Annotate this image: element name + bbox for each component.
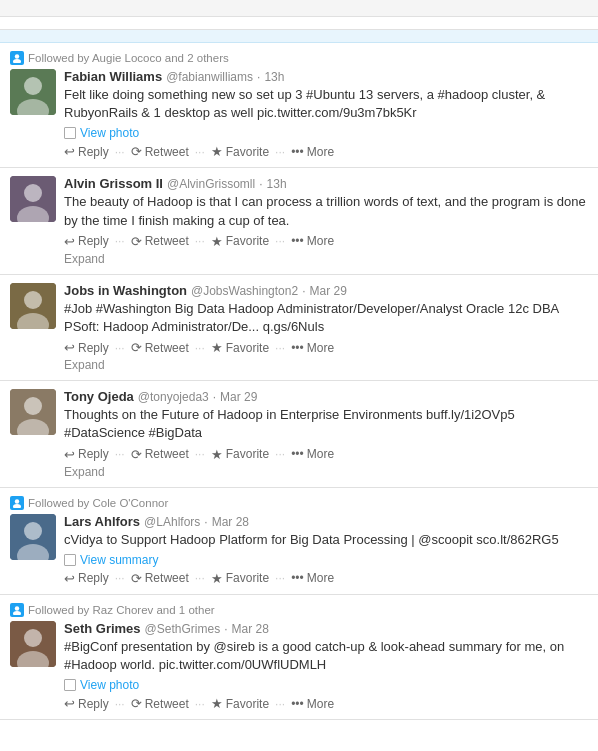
tweet-username[interactable]: Jobs in Washington (64, 283, 187, 298)
favorite-label[interactable]: Favorite (226, 697, 269, 711)
retweet-button[interactable]: ⟳ Retweet (131, 447, 189, 462)
reply-button[interactable]: ↩ Reply (64, 696, 109, 711)
view-photo-label[interactable]: View photo (80, 678, 139, 692)
expand-link[interactable]: Expand (64, 252, 588, 266)
svg-point-12 (24, 397, 42, 415)
reply-icon: ↩ (64, 447, 75, 462)
tweet-item: Followed by Cole O'Connor Lars Ahlfors @… (0, 488, 598, 595)
retweet-icon: ⟳ (131, 144, 142, 159)
tweet-actions: ↩ Reply ··· ⟳ Retweet ··· ★ Favorite ···… (64, 447, 588, 462)
more-label[interactable]: More (307, 571, 334, 585)
followed-by-link[interactable]: Followed by Cole O'Connor (28, 497, 168, 509)
view-summary-label[interactable]: View summary (80, 553, 158, 567)
more-button[interactable]: ••• More (291, 145, 334, 159)
more-label[interactable]: More (307, 341, 334, 355)
view-photo-link[interactable]: View photo (64, 126, 588, 140)
svg-point-0 (15, 54, 19, 58)
tweet-time[interactable]: 13h (267, 177, 287, 191)
favorite-button[interactable]: ★ Favorite (211, 234, 269, 249)
view-photo-label[interactable]: View photo (80, 126, 139, 140)
tweet-body: Alvin Grissom II @AlvinGrissomll · 13h T… (10, 176, 588, 265)
retweet-button[interactable]: ⟳ Retweet (131, 234, 189, 249)
tweet-username[interactable]: Lars Ahlfors (64, 514, 140, 529)
tweet-handle[interactable]: @JobsWashington2 (191, 284, 298, 298)
more-button[interactable]: ••• More (291, 447, 334, 461)
reply-button[interactable]: ↩ Reply (64, 571, 109, 586)
favorite-button[interactable]: ★ Favorite (211, 571, 269, 586)
more-button[interactable]: ••• More (291, 234, 334, 248)
favorite-label[interactable]: Favorite (226, 571, 269, 585)
favorite-button[interactable]: ★ Favorite (211, 144, 269, 159)
more-label[interactable]: More (307, 447, 334, 461)
retweet-button[interactable]: ⟳ Retweet (131, 571, 189, 586)
reply-label[interactable]: Reply (78, 341, 109, 355)
expand-link[interactable]: Expand (64, 465, 588, 479)
retweet-label[interactable]: Retweet (145, 447, 189, 461)
tweet-handle[interactable]: @tonyojeda3 (138, 390, 209, 404)
header (0, 0, 598, 17)
followed-by-link[interactable]: Followed by Raz Chorev and 1 other (28, 604, 215, 616)
favorite-label[interactable]: Favorite (226, 234, 269, 248)
tweet-item: Alvin Grissom II @AlvinGrissomll · 13h T… (0, 168, 598, 274)
view-photo-link[interactable]: View photo (64, 678, 588, 692)
favorite-button[interactable]: ★ Favorite (211, 340, 269, 355)
favorite-button[interactable]: ★ Favorite (211, 696, 269, 711)
tweet-handle[interactable]: @LAhlfors (144, 515, 200, 529)
favorite-button[interactable]: ★ Favorite (211, 447, 269, 462)
tweet-username[interactable]: Fabian Williams (64, 69, 162, 84)
followed-by-link[interactable]: Followed by Augie Lococo and 2 others (28, 52, 229, 64)
tweet-handle[interactable]: @fabianwilliams (166, 70, 253, 84)
tweet-time[interactable]: 13h (264, 70, 284, 84)
avatar (10, 389, 56, 435)
followed-by-label: Followed by Raz Chorev and 1 other (10, 603, 588, 617)
more-button[interactable]: ••• More (291, 571, 334, 585)
reply-icon: ↩ (64, 234, 75, 249)
retweet-label[interactable]: Retweet (145, 234, 189, 248)
retweet-label[interactable]: Retweet (145, 341, 189, 355)
retweet-button[interactable]: ⟳ Retweet (131, 696, 189, 711)
reply-label[interactable]: Reply (78, 447, 109, 461)
more-label[interactable]: More (307, 697, 334, 711)
reply-label[interactable]: Reply (78, 571, 109, 585)
retweet-label[interactable]: Retweet (145, 571, 189, 585)
tweet-username[interactable]: Tony Ojeda (64, 389, 134, 404)
reply-button[interactable]: ↩ Reply (64, 144, 109, 159)
retweet-label[interactable]: Retweet (145, 697, 189, 711)
reply-label[interactable]: Reply (78, 234, 109, 248)
tweet-actions: ↩ Reply ··· ⟳ Retweet ··· ★ Favorite ···… (64, 571, 588, 586)
tweet-time[interactable]: Mar 29 (220, 390, 257, 404)
tweet-handle[interactable]: @AlvinGrissomll (167, 177, 255, 191)
tweet-item: Jobs in Washington @JobsWashington2 · Ma… (0, 275, 598, 381)
tweet-username[interactable]: Seth Grimes (64, 621, 141, 636)
tweet-time[interactable]: Mar 28 (212, 515, 249, 529)
reply-label[interactable]: Reply (78, 697, 109, 711)
favorite-label[interactable]: Favorite (226, 447, 269, 461)
retweet-label[interactable]: Retweet (145, 145, 189, 159)
reply-button[interactable]: ↩ Reply (64, 447, 109, 462)
reply-icon: ↩ (64, 340, 75, 355)
retweet-button[interactable]: ⟳ Retweet (131, 340, 189, 355)
more-button[interactable]: ••• More (291, 697, 334, 711)
favorite-label[interactable]: Favorite (226, 341, 269, 355)
svg-point-9 (24, 291, 42, 309)
new-result-banner[interactable] (0, 30, 598, 43)
tweet-actions: ↩ Reply ··· ⟳ Retweet ··· ★ Favorite ···… (64, 144, 588, 159)
expand-link[interactable]: Expand (64, 358, 588, 372)
tweet-time[interactable]: Mar 29 (310, 284, 347, 298)
retweet-button[interactable]: ⟳ Retweet (131, 144, 189, 159)
tweet-dot: · (302, 284, 305, 298)
reply-button[interactable]: ↩ Reply (64, 234, 109, 249)
more-label[interactable]: More (307, 234, 334, 248)
favorite-label[interactable]: Favorite (226, 145, 269, 159)
reply-label[interactable]: Reply (78, 145, 109, 159)
view-summary-link[interactable]: View summary (64, 553, 588, 567)
tweet-dot: · (259, 177, 262, 191)
more-button[interactable]: ••• More (291, 341, 334, 355)
tweet-handle[interactable]: @SethGrimes (145, 622, 221, 636)
followed-by-icon (10, 496, 24, 510)
tweet-time[interactable]: Mar 28 (231, 622, 268, 636)
tweet-item: Followed by Raz Chorev and 1 other Seth … (0, 595, 598, 720)
more-label[interactable]: More (307, 145, 334, 159)
tweet-username[interactable]: Alvin Grissom II (64, 176, 163, 191)
reply-button[interactable]: ↩ Reply (64, 340, 109, 355)
